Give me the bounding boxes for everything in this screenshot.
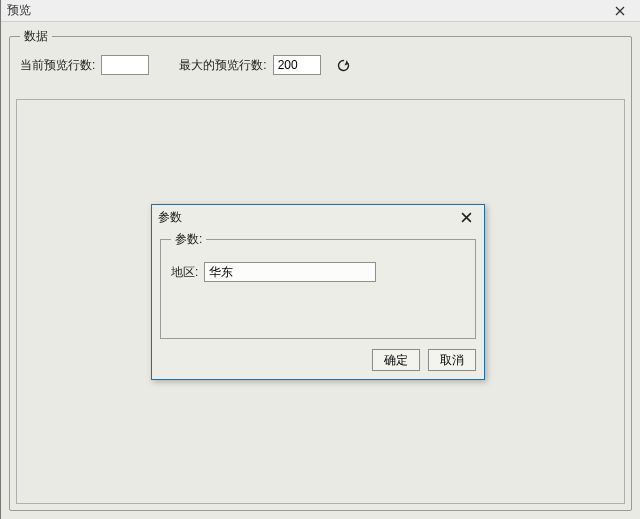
window-title: 预览 [7, 2, 606, 19]
param-fieldset: 参数: 地区: [160, 231, 476, 339]
dialog-titlebar: 参数 [152, 205, 484, 229]
dialog-close-button[interactable] [454, 207, 478, 227]
dialog-buttons: 确定 取消 [152, 345, 484, 379]
max-rows-input[interactable] [273, 55, 321, 75]
max-rows-label: 最大的预览行数: [179, 57, 266, 74]
params-dialog: 参数 参数: 地区: 确定 取消 [151, 204, 485, 380]
param-fieldset-legend: 参数: [171, 231, 206, 248]
region-row: 地区: [171, 262, 465, 282]
current-rows-input[interactable] [101, 55, 149, 75]
window-close-button[interactable] [606, 1, 634, 21]
region-label: 地区: [171, 264, 198, 281]
window-titlebar: 预览 [1, 0, 640, 22]
data-fieldset-legend: 数据 [20, 28, 52, 45]
dialog-title: 参数 [158, 209, 454, 226]
refresh-button[interactable] [335, 56, 353, 74]
preview-window: 预览 数据 当前预览行数: 最大的预览行数: [0, 0, 640, 519]
close-icon [615, 6, 625, 16]
cancel-button[interactable]: 取消 [428, 349, 476, 371]
refresh-icon [336, 58, 351, 73]
region-input[interactable] [204, 262, 376, 282]
ok-button[interactable]: 确定 [372, 349, 420, 371]
current-rows-label: 当前预览行数: [20, 57, 95, 74]
preview-rows-row: 当前预览行数: 最大的预览行数: [20, 55, 621, 75]
close-icon [461, 212, 472, 223]
